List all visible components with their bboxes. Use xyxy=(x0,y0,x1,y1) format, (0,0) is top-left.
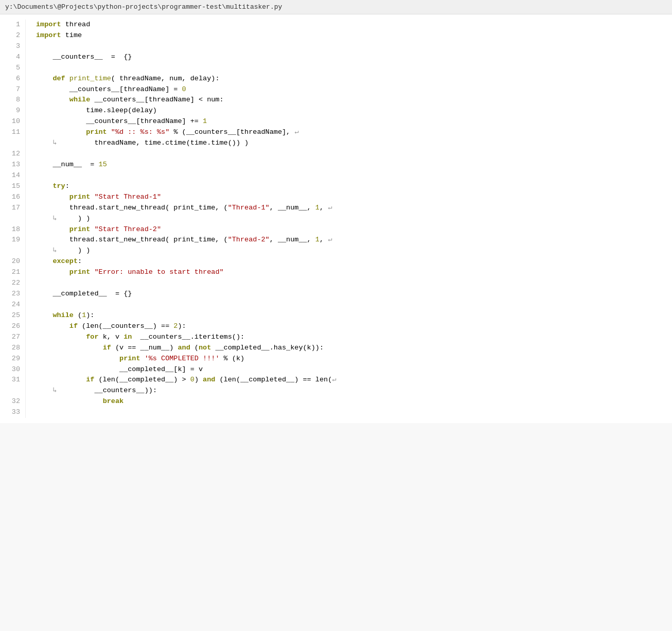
line-numbers: 1 2 3 4 5 6 7 8 9 10 11 12 13 14 15 16 1… xyxy=(0,20,26,418)
code-line-10: __counters__[threadName] += 1 xyxy=(36,116,662,127)
code-line-31cont: ↳ __counters__)): xyxy=(36,385,662,396)
ln-19: 19 xyxy=(5,235,20,246)
ln-15: 15 xyxy=(5,181,20,192)
ln-22: 22 xyxy=(5,278,20,289)
code-line-18: print "Start Thread-2" xyxy=(36,224,662,235)
ln-18: 18 xyxy=(5,224,20,235)
file-path-text: y:\Documents\@Projects\python-projects\p… xyxy=(0,0,672,14)
ln-25: 25 xyxy=(5,310,20,321)
ln-31c xyxy=(5,385,20,396)
code-line-30: __completed__[k] = v xyxy=(36,364,662,375)
ln-4: 4 xyxy=(5,52,20,63)
code-line-17: thread.start_new_thread( print_time, ("T… xyxy=(36,203,662,214)
code-line-28: if (v == __num__) and (not __completed__… xyxy=(36,343,662,354)
code-line-7: __counters__[threadName] = 0 xyxy=(36,84,662,95)
ln-31: 31 xyxy=(5,375,20,385)
ln-7: 7 xyxy=(5,84,20,95)
code-line-17cont: ↳ ) ) xyxy=(36,214,662,224)
code-line-31: if (len(__completed__) > 0) and (len(__c… xyxy=(36,375,662,385)
ln-11: 11 xyxy=(5,127,20,138)
code-line-14 xyxy=(36,170,662,181)
ln-26: 26 xyxy=(5,321,20,332)
code-line-32: break xyxy=(36,396,662,407)
code-line-24 xyxy=(36,300,662,310)
code-line-11: print "%d :: %s: %s" % (__counters__[thr… xyxy=(36,127,662,138)
ln-6: 6 xyxy=(5,74,20,84)
ln-5: 5 xyxy=(5,63,20,74)
code-line-16: print "Start Thread-1" xyxy=(36,192,662,203)
code-line-22 xyxy=(36,278,662,289)
ln-20: 20 xyxy=(5,256,20,267)
code-editor: 1 2 3 4 5 6 7 8 9 10 11 12 13 14 15 16 1… xyxy=(0,14,672,423)
ln-29: 29 xyxy=(5,354,20,364)
code-line-8: while __counters__[threadName] < num: xyxy=(36,95,662,106)
ln-24: 24 xyxy=(5,300,20,310)
ln-28: 28 xyxy=(5,343,20,354)
ln-17c xyxy=(5,214,20,224)
code-line-19cont: ↳ ) ) xyxy=(36,246,662,256)
code-line-21: print "Error: unable to start thread" xyxy=(36,267,662,278)
code-line-12 xyxy=(36,149,662,160)
code-line-11cont: ↳ threadName, time.ctime(time.time()) ) xyxy=(36,138,662,149)
code-content: import thread import time __counters__ =… xyxy=(26,20,672,418)
code-line-3 xyxy=(36,41,662,52)
ln-13: 13 xyxy=(5,160,20,170)
ln-32: 32 xyxy=(5,396,20,407)
code-line-33 xyxy=(36,407,662,418)
code-line-26: if (len(__counters__) == 2): xyxy=(36,321,662,332)
file-path-bar: y:\Documents\@Projects\python-projects\p… xyxy=(0,0,672,14)
code-line-1: import thread xyxy=(36,20,662,30)
code-line-27: for k, v in __counters__.iteritems(): xyxy=(36,332,662,343)
code-line-25: while (1): xyxy=(36,310,662,321)
ln-2: 2 xyxy=(5,30,20,41)
ln-1: 1 xyxy=(5,20,20,30)
ln-21: 21 xyxy=(5,267,20,278)
ln-8: 8 xyxy=(5,95,20,106)
code-line-23: __completed__ = {} xyxy=(36,289,662,300)
ln-19c xyxy=(5,246,20,256)
code-line-13: __num__ = 15 xyxy=(36,160,662,170)
ln-23: 23 xyxy=(5,289,20,300)
ln-12: 12 xyxy=(5,149,20,160)
ln-33: 33 xyxy=(5,407,20,418)
ln-16: 16 xyxy=(5,192,20,203)
ln-30: 30 xyxy=(5,364,20,375)
ln-3: 3 xyxy=(5,41,20,52)
ln-11c xyxy=(5,138,20,149)
code-line-6: def print_time( threadName, num, delay): xyxy=(36,74,662,84)
ln-17: 17 xyxy=(5,203,20,214)
ln-9: 9 xyxy=(5,106,20,116)
code-line-4: __counters__ = {} xyxy=(36,52,662,63)
code-line-15: try: xyxy=(36,181,662,192)
code-line-9: time.sleep(delay) xyxy=(36,106,662,116)
ln-10: 10 xyxy=(5,116,20,127)
code-line-2: import time xyxy=(36,30,662,41)
code-line-19: thread.start_new_thread( print_time, ("T… xyxy=(36,235,662,246)
ln-14: 14 xyxy=(5,170,20,181)
ln-27: 27 xyxy=(5,332,20,343)
code-line-29: print '%s COMPLETED !!!' % (k) xyxy=(36,354,662,364)
code-line-20: except: xyxy=(36,256,662,267)
code-line-5 xyxy=(36,63,662,74)
